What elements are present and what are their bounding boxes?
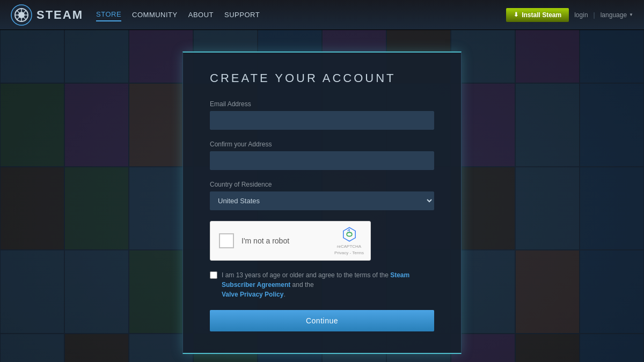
create-account-card: CREATE YOUR ACCOUNT Email Address Confir… [182,51,462,354]
nav-store[interactable]: STORE [96,8,121,21]
recaptcha-checkbox[interactable] [219,233,234,248]
header-right: Install Steam login | language [506,8,633,22]
valve-privacy-policy-link[interactable]: Valve Privacy Policy [222,291,283,298]
language-button[interactable]: language [601,11,633,19]
form-title: CREATE YOUR ACCOUNT [210,71,434,85]
main-nav: STORE COMMUNITY ABOUT SUPPORT [96,8,260,21]
pipe-divider: | [594,11,595,19]
agreement-checkbox[interactable] [210,271,217,279]
recaptcha-sub-label: Privacy - Terms [334,250,364,256]
country-group: Country of Residence United States Unite… [210,181,434,210]
login-link[interactable]: login [574,11,588,19]
agreement-text-pre: I am 13 years of age or older and agree … [222,271,390,279]
email-group: Email Address [210,100,434,130]
email-label: Email Address [210,100,434,108]
country-select[interactable]: United States United Kingdom Canada Aust… [210,191,434,210]
recaptcha-label: I'm not a robot [241,237,289,245]
confirm-email-label: Confirm your Address [210,141,434,148]
header-left: STEAM STORE COMMUNITY ABOUT SUPPORT [11,4,260,26]
steam-logo-text: STEAM [36,8,83,22]
main-content: CREATE YOUR ACCOUNT Email Address Confir… [0,30,644,362]
agreement-text-mid: and the [290,281,313,289]
agreement-row: I am 13 years of age or older and agree … [210,270,434,299]
header-auth: login [574,11,588,19]
recaptcha-widget[interactable]: I'm not a robot reCAPTCHA Privacy - Term… [210,221,371,261]
agreement-text: I am 13 years of age or older and agree … [222,270,434,299]
recaptcha-badge-label: reCAPTCHA [337,244,361,249]
agreement-text-post: . [283,291,285,298]
nav-about[interactable]: ABOUT [188,9,214,21]
email-input[interactable] [210,111,434,130]
country-label: Country of Residence [210,181,434,188]
confirm-email-group: Confirm your Address [210,141,434,170]
continue-button[interactable]: Continue [210,310,434,331]
nav-support[interactable]: SUPPORT [224,9,260,21]
confirm-email-input[interactable] [210,151,434,170]
recaptcha-icon [341,226,358,243]
steam-logo-icon [11,4,32,26]
recaptcha-logo: reCAPTCHA Privacy - Terms [334,226,364,255]
nav-community[interactable]: COMMUNITY [132,9,178,21]
steam-logo[interactable]: STEAM [11,4,83,26]
install-steam-button[interactable]: Install Steam [506,8,569,22]
site-header: STEAM STORE COMMUNITY ABOUT SUPPORT Inst… [0,0,644,30]
